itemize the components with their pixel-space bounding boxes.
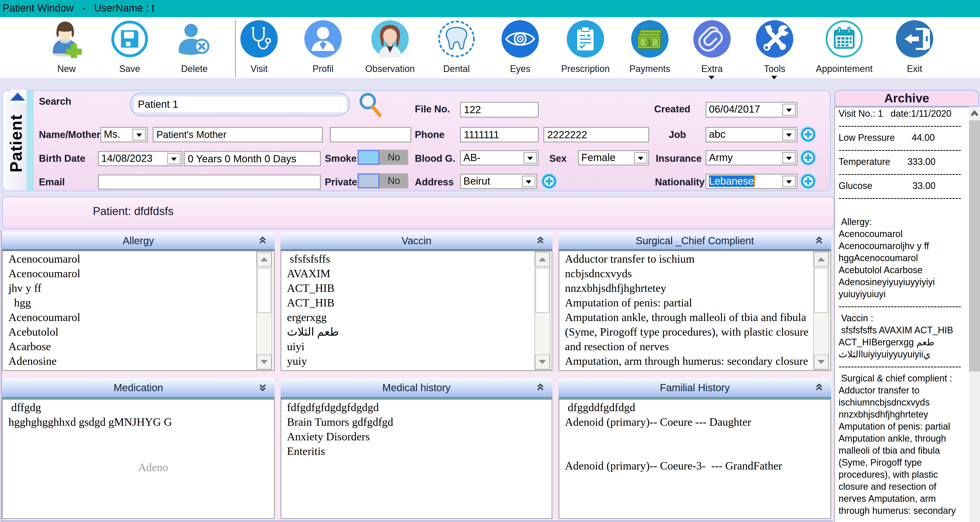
- svg-text:$: $: [648, 39, 651, 46]
